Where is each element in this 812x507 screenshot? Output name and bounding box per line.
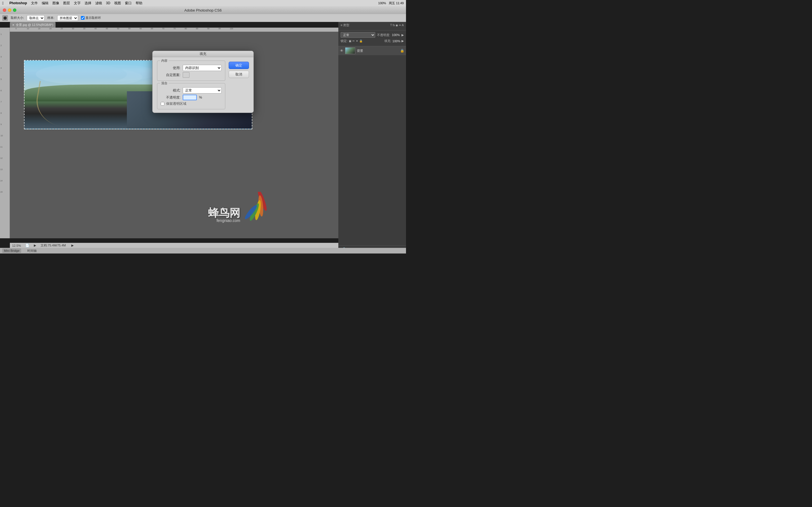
opacity-label: 不透明度: xyxy=(377,33,390,37)
road-element xyxy=(33,81,85,129)
document-tab[interactable]: ✕ 全景.jpg @ 12.5%(RGB/8*) xyxy=(10,22,56,27)
watermark-text: 蜂鸟网 fengniao.com xyxy=(208,208,240,223)
bottom-bar: Mini Bridge 时间轴 xyxy=(0,248,406,253)
menu-select[interactable]: 选择 xyxy=(85,1,91,6)
dialog-main-area: 内容 使用: 内容识别 自定图案: 混合 xyxy=(157,61,249,109)
use-select[interactable]: 内容识别 xyxy=(183,65,221,71)
blend-mode-section: 正常 不透明度: 100% ▶ 锁定: ▣ ✏ ✦ 🔒 填充: 100% ▶ xyxy=(338,31,406,46)
lock-transparency-icon[interactable]: ▣ xyxy=(349,40,351,43)
mode-row: 模式: 正常 xyxy=(161,87,221,94)
right-panel: 图层 通道 路径 ▶▶ ≡ ≡ 类型 T fx ◉ ✏ A 正常 不透明度: 1… xyxy=(338,14,406,253)
watermark-main: 蜂鸟网 xyxy=(208,208,240,218)
tool-icon: ⬤ xyxy=(2,15,8,21)
expand-icon[interactable]: ▶ xyxy=(34,244,36,247)
sample-size-label: 取样大小: xyxy=(11,16,24,20)
fill-arrow[interactable]: ▶ xyxy=(402,39,404,43)
menu-window[interactable]: 窗口 xyxy=(125,1,132,6)
show-ring-checkbox[interactable] xyxy=(81,16,85,20)
window-controls xyxy=(3,8,16,12)
time-display: 周五 11:49 xyxy=(389,1,404,5)
sample-size-select[interactable]: 取样点 xyxy=(27,15,45,21)
zoom-level: 100% xyxy=(378,1,386,5)
opacity-label: 不透明度: xyxy=(161,95,181,100)
preserve-row: 保留透明区域 xyxy=(161,101,221,106)
menu-edit[interactable]: 编辑 xyxy=(42,1,49,6)
blend-mode-row: 正常 不透明度: 100% ▶ xyxy=(341,32,404,38)
dialog-body: 内容 使用: 内容识别 自定图案: 混合 xyxy=(153,57,253,113)
fill-value: 100% xyxy=(393,40,400,43)
dialog-titlebar: 填充 xyxy=(153,51,253,57)
sample-label: 样本: xyxy=(47,16,54,20)
watermark-sub: fengniao.com xyxy=(216,218,240,223)
ok-button[interactable]: 确定 xyxy=(229,62,249,69)
use-label: 使用: xyxy=(161,66,181,70)
opacity-arrow[interactable]: ▶ xyxy=(402,33,404,37)
layer-thumbnail xyxy=(345,47,355,54)
watermark: 蜂鸟网 fengniao.com xyxy=(208,192,268,223)
custom-pattern-label: 自定图案: xyxy=(161,73,181,77)
fill-label: 填充: xyxy=(384,39,391,43)
blend-mode-select[interactable]: 正常 xyxy=(341,32,375,38)
preserve-checkbox[interactable] xyxy=(161,102,164,106)
menubar-right: 100% 周五 11:49 xyxy=(378,1,404,5)
type-icons: T fx ◉ ✏ A xyxy=(390,24,404,27)
preserve-label: 保留透明区域 xyxy=(166,101,186,106)
window-title: Adobe Photoshop CS6 xyxy=(185,8,221,12)
menu-bar:  Photoshop 文件 编辑 图像 图层 文字 选择 滤镜 3D 视图 窗… xyxy=(0,0,406,6)
timeline-tab[interactable]: 时间轴 xyxy=(26,248,38,253)
layer-lock-icon: 🔒 xyxy=(400,49,404,53)
opacity-input[interactable]: 100 xyxy=(183,95,197,100)
blend-section-title: 混合 xyxy=(160,81,168,86)
menu-text[interactable]: 文字 xyxy=(74,1,81,6)
layer-name: 背景 xyxy=(357,49,398,53)
menu-filter[interactable]: 滤镜 xyxy=(95,1,102,6)
lock-row: 锁定: ▣ ✏ ✦ 🔒 填充: 100% ▶ xyxy=(341,39,404,43)
options-bar: ⬤ 取样大小: 取样点 样本: 所有图层 显示取样环 xyxy=(0,14,406,22)
custom-pattern-row: 自定图案: xyxy=(161,72,221,78)
opacity-value: 100% xyxy=(392,33,400,37)
lock-all-icon[interactable]: 🔒 xyxy=(359,40,363,43)
horizontal-ruler: 5 10 15 20 25 30 35 40 45 50 55 60 65 70… xyxy=(10,27,338,32)
type-label: ≡ 类型 xyxy=(341,23,349,27)
layer-type-section: ≡ 类型 T fx ◉ ✏ A xyxy=(338,21,406,31)
mode-select[interactable]: 正常 xyxy=(183,87,221,94)
menu-3d[interactable]: 3D xyxy=(106,1,110,5)
menu-file[interactable]: 文件 xyxy=(31,1,38,6)
doc-file-info: 文档:75.4M/75.4M xyxy=(41,243,66,247)
apple-menu[interactable]:  xyxy=(2,1,4,5)
maximize-button[interactable] xyxy=(13,8,16,12)
close-button[interactable] xyxy=(3,8,6,12)
menu-image[interactable]: 图像 xyxy=(52,1,59,6)
cancel-button[interactable]: 取消 xyxy=(229,71,249,78)
layer-type-row: ≡ 类型 T fx ◉ ✏ A xyxy=(341,23,404,27)
status-bar: 12.5% 📄 ▶ 文档:75.4M/75.4M ▶ xyxy=(10,243,338,248)
show-ring-text: 显示取样环 xyxy=(86,16,101,20)
blend-section: 混合 模式: 正常 不透明度: 100 % 保留透明区域 xyxy=(157,83,225,109)
mini-bridge-tab[interactable]: Mini Bridge xyxy=(2,248,21,253)
dialog-title: 填充 xyxy=(200,52,206,56)
minimize-button[interactable] xyxy=(8,8,11,12)
menu-view[interactable]: 视图 xyxy=(114,1,121,6)
close-tab-icon[interactable]: ✕ xyxy=(12,23,14,26)
vertical-ruler: 1 2 3 4 5 6 7 8 9 10 11 12 13 14 15 xyxy=(0,27,10,238)
app-name-menu[interactable]: Photoshop xyxy=(9,1,27,5)
mode-label: 模式: xyxy=(161,88,181,93)
menu-layer[interactable]: 图层 xyxy=(63,1,70,6)
zoom-percentage: 12.5% xyxy=(12,244,21,247)
status-arrow[interactable]: ▶ xyxy=(71,244,73,247)
dialog-buttons: 确定 取消 xyxy=(229,61,249,109)
lock-paint-icon[interactable]: ✏ xyxy=(352,40,355,43)
layer-visibility-icon[interactable]: 👁 xyxy=(340,49,343,53)
watermark-feathers xyxy=(243,192,268,223)
doc-title: 全景.jpg @ 12.5%(RGB/8*) xyxy=(16,23,53,27)
show-ring-label[interactable]: 显示取样环 xyxy=(81,16,101,20)
sample-select[interactable]: 所有图层 xyxy=(57,15,78,21)
content-section: 内容 使用: 内容识别 自定图案: xyxy=(157,61,225,81)
layer-item-background[interactable]: 👁 背景 🔒 xyxy=(338,46,406,55)
title-bar: Adobe Photoshop CS6 xyxy=(0,6,406,14)
menu-help[interactable]: 帮助 xyxy=(136,1,142,6)
dialog-sections: 内容 使用: 内容识别 自定图案: 混合 xyxy=(157,61,225,109)
lock-move-icon[interactable]: ✦ xyxy=(356,40,358,43)
opacity-row: 不透明度: 100 % xyxy=(161,95,221,100)
pattern-swatch[interactable] xyxy=(183,72,190,78)
